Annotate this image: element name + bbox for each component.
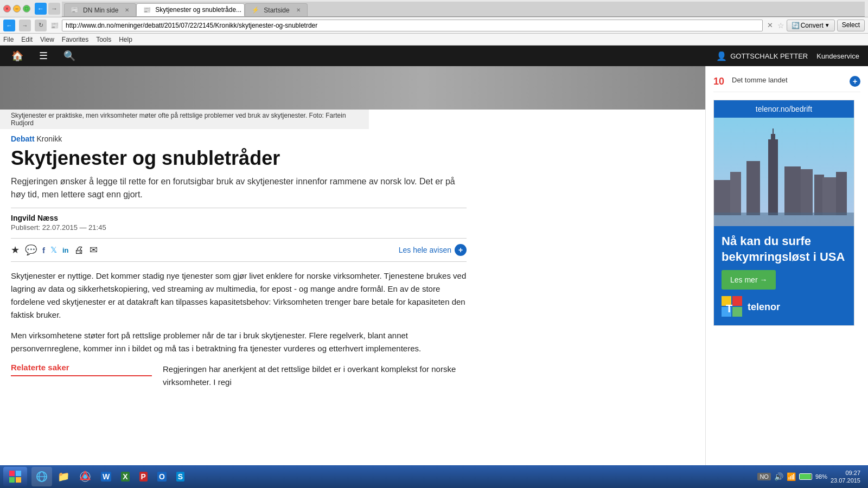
article-body: Debatt Kronikk Skytjenester og snubletrå… [0,129,477,402]
taskbar-excel-button[interactable]: X [117,467,133,486]
ppt-icon: P [139,472,148,481]
caption-text: Skytjenester er praktiske, men virksomhe… [11,112,346,127]
tab-close-3[interactable]: ✕ [296,7,301,13]
sidebar: 10 Det tomme landet + telenor.no/bedrift [705,66,868,473]
menu-file[interactable]: File [3,36,14,43]
convert-icon: 🔄 [792,22,800,29]
bookmark-icon[interactable]: ★ [11,244,20,256]
explorer-icon: 📁 [58,471,69,483]
convert-button[interactable]: 🔄 Convert ▼ [787,20,835,31]
system-clock[interactable]: 09:27 23.07.2015 [831,469,860,485]
section-kronikk: Kronikk [36,134,62,143]
share-bar: ★ 💬 f 𝕏 in 🖨 ✉ Les hele avisen + [11,238,467,262]
sidebar-plus-icon-10[interactable]: + [850,76,860,87]
forward-button[interactable]: → [48,3,60,15]
addr-back[interactable]: ← [3,20,15,31]
article-title: Skytjenester og snubletråder [11,146,467,170]
addr-forward[interactable]: → [19,20,31,31]
ad-banner: telenor.no/bedrift [713,100,854,326]
tab-dn-min-side[interactable]: 📰 DN Min side ✕ [64,3,136,16]
back-button[interactable]: ← [35,3,47,15]
taskbar-outlook-button[interactable]: O [153,467,171,486]
start-button[interactable] [3,467,27,486]
taskbar: 📁 W X P O S NO 🔊 📶 98% 09:27 23.07.2015 [0,465,868,488]
svg-rect-9 [822,177,836,215]
ad-blue-section: Nå kan du surfe bekymringsløst i USA Les… [714,226,854,325]
ie-icon [36,471,48,483]
taskbar-explorer-button[interactable]: 📁 [53,467,74,486]
svg-rect-18 [9,471,15,476]
addr-star-button[interactable]: ☆ [777,21,784,30]
svg-rect-11 [714,180,730,215]
addr-refresh[interactable]: ↻ [35,20,47,31]
svg-rect-21 [16,477,21,483]
les-hele-avisen-label: Les hele avisen [399,246,451,254]
tab-label-2: Skytjenester og snubletråde... [155,6,241,14]
tab-label-3: Startside [264,7,289,14]
relaterte-saker-box: Relaterte saker [11,363,152,381]
comment-icon[interactable]: 💬 [25,244,37,256]
dn-toolbar: 🏠 ☰ 🔍 👤 GOTTSCHALK PETTER Kundeservice [0,46,868,66]
section-label: Debatt Kronikk [11,134,467,143]
taskbar-skype-button[interactable]: S [172,467,189,486]
tab-startside[interactable]: ⚡ Startside ✕ [245,3,307,16]
ad-les-mer-button[interactable]: Les mer → [722,270,776,290]
email-icon[interactable]: ✉ [90,244,98,256]
address-input[interactable] [62,20,763,31]
svg-rect-5 [784,166,801,215]
tabs-bar: 📰 DN Min side ✕ 📰 Skytjenester og snuble… [62,2,865,17]
tab-close-1[interactable]: ✕ [125,7,129,13]
sidebar-number-10: 10 [713,76,726,87]
menu-tools[interactable]: Tools [96,36,111,43]
svg-rect-7 [801,169,813,215]
address-bar: ← → ↻ 📰 ✕ ☆ 🔄 Convert ▼ Select [0,17,868,34]
ad-brand-name: telenor [748,301,780,313]
maximize-button[interactable]: □ [23,5,30,12]
menu-edit[interactable]: Edit [21,36,33,43]
facebook-icon[interactable]: f [42,246,45,255]
menu-help[interactable]: Help [119,36,132,43]
window-chrome: × – □ ← → 📰 DN Min side ✕ 📰 Skytjenester… [0,0,868,17]
ad-top-bar[interactable]: telenor.no/bedrift [714,100,854,118]
chrome-icon [79,471,91,483]
les-hele-avisen-link[interactable]: Les hele avisen + [399,244,467,256]
close-button[interactable]: × [3,5,11,12]
network-icon[interactable]: 📶 [787,472,796,481]
excel-icon: X [121,472,129,481]
window-controls: × – □ [3,5,30,12]
taskbar-ie-button[interactable] [31,467,52,486]
select-button[interactable]: Select [837,20,865,31]
volume-icon[interactable]: 🔊 [774,472,783,481]
word-icon: W [101,472,111,481]
article-paragraph-1: Skytjenester er nyttige. Det kommer stad… [11,269,467,322]
published-label: Publisert: [11,223,40,232]
svg-rect-2 [771,134,775,142]
taskbar-word-button[interactable]: W [97,467,116,486]
ad-button-label: Les mer → [730,275,767,284]
taskbar-chrome-button[interactable] [75,467,95,486]
customer-service-link[interactable]: Kundeservice [816,52,859,60]
minimize-button[interactable]: – [13,5,21,12]
article-image [0,66,705,110]
les-hele-circle-icon: + [455,244,467,256]
svg-rect-6 [730,172,741,215]
user-name: GOTTSCHALK PETTER [730,52,808,60]
ad-city-svg [714,118,854,226]
addr-clear-button[interactable]: ✕ [767,21,773,29]
menu-view[interactable]: View [40,36,54,43]
home-icon[interactable]: 🏠 [9,47,26,65]
linkedin-icon[interactable]: in [62,246,69,254]
battery-indicator [799,473,812,480]
menu-favorites[interactable]: Favorites [62,36,88,43]
tab-skytjenester[interactable]: 📰 Skytjenester og snubletråde... ✕ [136,3,245,16]
menu-hamburger-icon[interactable]: ☰ [35,47,52,65]
article-paragraph-2: Men virksomhetene støter fort på rettsli… [11,329,467,355]
search-icon[interactable]: 🔍 [61,47,78,65]
menu-bar: File Edit View Favorites Tools Help [0,34,868,46]
article-bottom-section: Relaterte saker Regjeringen har anerkjen… [11,363,467,396]
sidebar-item-10[interactable]: 10 Det tomme landet + [713,72,860,92]
print-icon[interactable]: 🖨 [74,245,84,256]
taskbar-powerpoint-button[interactable]: P [135,467,152,486]
twitter-icon[interactable]: 𝕏 [50,245,57,255]
author-name: Ingvild Næss [11,214,467,222]
